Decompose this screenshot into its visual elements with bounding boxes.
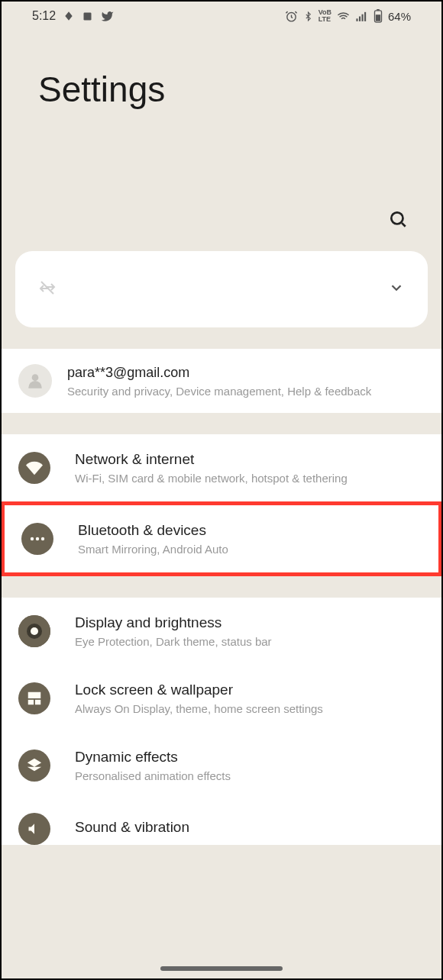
chevron-down-icon bbox=[388, 279, 405, 299]
account-sub: Security and privacy, Device management,… bbox=[67, 385, 425, 398]
svg-point-10 bbox=[32, 374, 39, 381]
location-icon bbox=[63, 11, 74, 21]
svg-point-9 bbox=[391, 212, 403, 224]
layers-circle-icon bbox=[18, 750, 50, 782]
svg-rect-19 bbox=[35, 700, 40, 704]
avatar bbox=[18, 364, 52, 398]
svg-point-16 bbox=[31, 627, 38, 635]
item-sub: Smart Mirroring, Android Auto bbox=[78, 543, 422, 556]
account-email: para**3@gmail.com bbox=[67, 365, 425, 381]
item-title: Sound & vibration bbox=[75, 819, 425, 836]
svg-rect-3 bbox=[359, 16, 361, 21]
svg-rect-8 bbox=[376, 15, 380, 21]
alarm-icon bbox=[285, 10, 298, 23]
item-sub: Always On Display, theme, home screen se… bbox=[75, 702, 425, 715]
settings-item-lockscreen[interactable]: Lock screen & wallpaper Always On Displa… bbox=[2, 665, 441, 732]
brightness-circle-icon bbox=[18, 615, 50, 647]
svg-point-12 bbox=[36, 537, 39, 540]
svg-rect-17 bbox=[28, 692, 41, 698]
settings-item-dynamic[interactable]: Dynamic effects Personalised animation e… bbox=[2, 732, 441, 799]
status-bar: 5:12 VoBLTE 64% bbox=[2, 2, 441, 31]
svg-rect-4 bbox=[361, 14, 363, 21]
svg-rect-7 bbox=[377, 9, 380, 11]
item-title: Dynamic effects bbox=[75, 749, 425, 766]
status-time: 5:12 bbox=[32, 9, 56, 23]
suggestion-card[interactable] bbox=[15, 251, 428, 327]
wifi-circle-icon bbox=[18, 452, 50, 484]
settings-item-network[interactable]: Network & internet Wi-Fi, SIM card & mob… bbox=[2, 434, 441, 501]
settings-item-sound[interactable]: Sound & vibration bbox=[2, 799, 441, 845]
svg-point-11 bbox=[31, 537, 34, 540]
item-title: Display and brightness bbox=[75, 614, 425, 631]
account-row[interactable]: para**3@gmail.com Security and privacy, … bbox=[2, 349, 441, 413]
item-sub: Personalised animation effects bbox=[75, 769, 425, 782]
sync-off-icon bbox=[38, 279, 57, 300]
bluetooth-icon bbox=[303, 11, 313, 22]
item-title: Bluetooth & devices bbox=[78, 522, 422, 539]
battery-percent: 64% bbox=[388, 10, 411, 23]
item-sub: Wi-Fi, SIM card & mobile network, hotspo… bbox=[75, 472, 425, 485]
twitter-icon bbox=[101, 10, 114, 23]
search-area bbox=[2, 110, 441, 251]
battery-icon bbox=[373, 9, 383, 23]
connectivity-section: Network & internet Wi-Fi, SIM card & mob… bbox=[2, 434, 441, 576]
volte-icon: VoBLTE bbox=[319, 9, 331, 23]
header: Settings bbox=[2, 31, 441, 110]
settings-item-bluetooth[interactable]: Bluetooth & devices Smart Mirroring, And… bbox=[1, 501, 442, 576]
page-title: Settings bbox=[38, 69, 405, 110]
sound-circle-icon bbox=[18, 813, 50, 845]
search-icon[interactable] bbox=[388, 209, 408, 232]
item-sub: Eye Protection, Dark theme, status bar bbox=[75, 635, 425, 648]
signal-icon bbox=[355, 10, 368, 23]
app-icon bbox=[82, 11, 93, 22]
item-title: Lock screen & wallpaper bbox=[75, 682, 425, 698]
svg-rect-18 bbox=[28, 700, 34, 704]
svg-rect-5 bbox=[364, 11, 366, 21]
settings-item-display[interactable]: Display and brightness Eye Protection, D… bbox=[2, 598, 441, 665]
svg-rect-2 bbox=[356, 18, 357, 21]
dots-circle-icon bbox=[21, 523, 53, 555]
account-section: para**3@gmail.com Security and privacy, … bbox=[2, 349, 441, 413]
item-title: Network & internet bbox=[75, 451, 425, 468]
home-indicator[interactable] bbox=[160, 966, 283, 971]
display-section: Display and brightness Eye Protection, D… bbox=[2, 598, 441, 845]
wallpaper-circle-icon bbox=[18, 682, 50, 714]
svg-rect-0 bbox=[84, 12, 92, 20]
wifi-icon bbox=[337, 10, 350, 23]
svg-point-13 bbox=[41, 537, 44, 540]
